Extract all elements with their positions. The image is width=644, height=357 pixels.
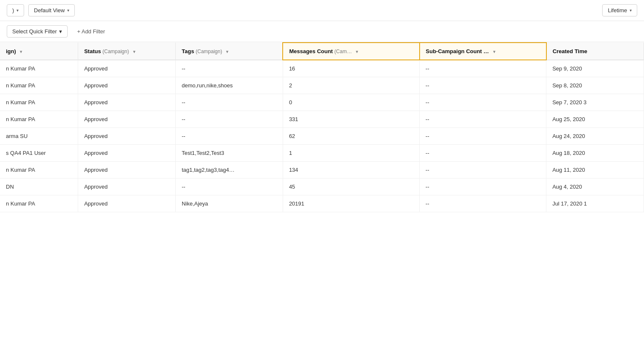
cell-name-4: arma SU [0,128,78,145]
toolbar: ) ▾ Default View ▾ Lifetime ▾ [0,0,644,21]
col-header-status[interactable]: Status (Campaign) ▾ [78,43,176,60]
col-tags-sub: (Campaign) [196,49,222,54]
col-header-messages[interactable]: Messages Count (Cam… ▾ [283,43,419,60]
cell-name-8: n Kumar PA [0,195,78,212]
cell-subcampaign-5: -- [420,145,546,162]
cell-subcampaign-0: -- [420,60,546,77]
cell-subcampaign-7: -- [420,178,546,195]
col-name-sort-icon: ▾ [20,49,22,54]
cell-subcampaign-3: -- [420,111,546,128]
cell-messages-7: 45 [283,178,419,195]
table-row: n Kumar PA Approved demo,run,nike,shoes … [0,77,644,94]
quick-filter-chevron-icon: ▾ [59,28,62,35]
cell-status-8: Approved [78,195,176,212]
cell-messages-6: 134 [283,162,419,178]
something-button[interactable]: ) ▾ [7,4,24,16]
cell-created-8: Jul 17, 2020 1 [546,195,644,212]
col-messages-sort-icon: ▾ [356,49,358,54]
col-header-tags[interactable]: Tags (Campaign) ▾ [175,43,283,60]
table-header-row: ign) ▾ Status (Campaign) ▾ Tags (Campaig… [0,43,644,60]
cell-status-2: Approved [78,94,176,111]
cell-name-5: s QA4 PA1 User [0,145,78,162]
cell-subcampaign-1: -- [420,77,546,94]
main-table: ign) ▾ Status (Campaign) ▾ Tags (Campaig… [0,42,644,212]
cell-status-0: Approved [78,60,176,77]
filter-bar: Select Quick Filter ▾ + Add Filter [0,21,644,42]
cell-tags-4: -- [175,128,283,145]
cell-status-4: Approved [78,128,176,145]
cell-status-7: Approved [78,178,176,195]
add-filter-label: + Add Filter [77,28,105,35]
cell-subcampaign-4: -- [420,128,546,145]
cell-created-1: Sep 8, 2020 [546,77,644,94]
table-container: ign) ▾ Status (Campaign) ▾ Tags (Campaig… [0,42,644,212]
cell-tags-1: demo,run,nike,shoes [175,77,283,94]
lifetime-button[interactable]: Lifetime ▾ [602,4,637,16]
cell-messages-2: 0 [283,94,419,111]
cell-tags-5: Test1,Test2,Test3 [175,145,283,162]
default-view-button[interactable]: Default View ▾ [28,4,75,16]
cell-messages-4: 62 [283,128,419,145]
cell-subcampaign-8: -- [420,195,546,212]
add-filter-button[interactable]: + Add Filter [72,26,110,37]
table-row: arma SU Approved -- 62 -- Aug 24, 2020 [0,128,644,145]
col-header-subcampaign[interactable]: Sub-Campaign Count … ▾ [420,43,546,60]
cell-status-5: Approved [78,145,176,162]
col-messages-label: Messages Count [289,48,333,54]
cell-tags-8: Nike,Ajeya [175,195,283,212]
cell-created-0: Sep 9, 2020 [546,60,644,77]
col-header-name[interactable]: ign) ▾ [0,43,78,60]
table-row: n Kumar PA Approved -- 331 -- Aug 25, 20… [0,111,644,128]
cell-created-2: Sep 7, 2020 3 [546,94,644,111]
col-created-label: Created Time [553,48,587,54]
lifetime-label: Lifetime [608,7,627,14]
cell-name-0: n Kumar PA [0,60,78,77]
cell-subcampaign-2: -- [420,94,546,111]
cell-name-6: n Kumar PA [0,162,78,178]
cell-tags-0: -- [175,60,283,77]
cell-messages-1: 2 [283,77,419,94]
table-row: n Kumar PA Approved Nike,Ajeya 20191 -- … [0,195,644,212]
cell-status-6: Approved [78,162,176,178]
cell-tags-7: -- [175,178,283,195]
table-body: n Kumar PA Approved -- 16 -- Sep 9, 2020… [0,60,644,212]
cell-name-3: n Kumar PA [0,111,78,128]
toolbar-right: Lifetime ▾ [602,4,637,16]
cell-status-3: Approved [78,111,176,128]
col-subcampaign-sort-icon: ▾ [493,49,495,54]
col-name-label: ign) [6,48,16,54]
cell-created-3: Aug 25, 2020 [546,111,644,128]
table-row: n Kumar PA Approved tag1,tag2,tag3,tag4…… [0,162,644,178]
table-row: DN Approved -- 45 -- Aug 4, 2020 [0,178,644,195]
table-row: s QA4 PA1 User Approved Test1,Test2,Test… [0,145,644,162]
col-tags-sort-icon: ▾ [226,49,228,54]
col-subcampaign-label: Sub-Campaign Count … [426,48,489,54]
cell-subcampaign-6: -- [420,162,546,178]
col-messages-sub: (Cam… [334,49,352,54]
cell-messages-5: 1 [283,145,419,162]
col-status-sort-icon: ▾ [133,49,135,54]
cell-created-4: Aug 24, 2020 [546,128,644,145]
col-status-sub: (Campaign) [103,49,129,54]
cell-messages-0: 16 [283,60,419,77]
cell-messages-3: 331 [283,111,419,128]
table-row: n Kumar PA Approved -- 0 -- Sep 7, 2020 … [0,94,644,111]
quick-filter-button[interactable]: Select Quick Filter ▾ [7,25,68,38]
cell-name-7: DN [0,178,78,195]
lifetime-chevron-icon: ▾ [630,8,632,13]
cell-tags-2: -- [175,94,283,111]
col-header-created[interactable]: Created Time [546,43,644,60]
cell-created-6: Aug 11, 2020 [546,162,644,178]
table-row: n Kumar PA Approved -- 16 -- Sep 9, 2020 [0,60,644,77]
col-tags-label: Tags [182,48,194,54]
cell-messages-8: 20191 [283,195,419,212]
col-status-label: Status [84,48,101,54]
something-label: ) [12,7,14,14]
cell-name-1: n Kumar PA [0,77,78,94]
quick-filter-label: Select Quick Filter [12,28,57,35]
cell-name-2: n Kumar PA [0,94,78,111]
default-view-chevron-icon: ▾ [67,8,69,13]
something-chevron-icon: ▾ [16,8,19,13]
cell-created-5: Aug 18, 2020 [546,145,644,162]
cell-status-1: Approved [78,77,176,94]
